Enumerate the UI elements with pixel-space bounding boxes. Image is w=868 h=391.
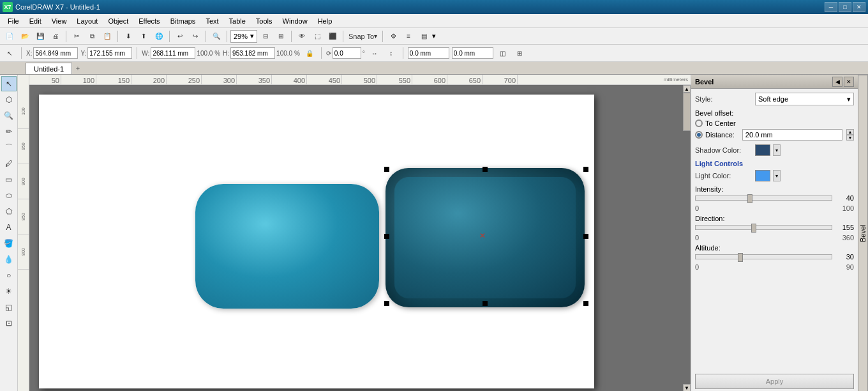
direction-thumb[interactable] bbox=[751, 224, 756, 233]
panel-header-controls[interactable]: ◀ ✕ bbox=[832, 77, 854, 87]
options-btn3[interactable]: ▤ bbox=[417, 29, 431, 43]
select-tool-prop[interactable]: ↖ bbox=[3, 46, 17, 60]
y-input[interactable] bbox=[87, 47, 132, 59]
light-color-swatch[interactable] bbox=[755, 170, 770, 181]
open-button[interactable]: 📂 bbox=[18, 29, 32, 43]
menu-help[interactable]: Help bbox=[313, 16, 338, 26]
pos-y-input[interactable] bbox=[452, 47, 493, 59]
handle-bc[interactable] bbox=[483, 301, 488, 306]
altitude-track[interactable] bbox=[695, 254, 832, 259]
shadow-color-arrow[interactable]: ▾ bbox=[773, 144, 781, 156]
x-input[interactable] bbox=[33, 47, 78, 59]
transform-btn2[interactable]: ↕ bbox=[384, 46, 398, 60]
export-button[interactable]: ⬆ bbox=[137, 29, 151, 43]
shadow-tool[interactable]: ◱ bbox=[1, 300, 17, 315]
distance-radio[interactable] bbox=[695, 131, 703, 139]
intensity-thumb[interactable] bbox=[747, 194, 752, 203]
direction-track[interactable] bbox=[695, 225, 832, 230]
pen-tool[interactable]: 🖊 bbox=[1, 156, 17, 171]
print-button[interactable]: 🖨 bbox=[49, 29, 63, 43]
copy-button[interactable]: ⧉ bbox=[85, 29, 99, 43]
outline-tool[interactable]: ○ bbox=[1, 268, 17, 283]
menu-view[interactable]: View bbox=[47, 16, 72, 26]
h-input[interactable] bbox=[230, 47, 275, 59]
new-button[interactable]: 📄 bbox=[3, 29, 17, 43]
distance-up[interactable]: ▲ bbox=[846, 129, 854, 135]
handle-mr[interactable] bbox=[583, 234, 588, 239]
cut-button[interactable]: ✂ bbox=[70, 29, 84, 43]
zoom-in-btn[interactable]: ⊞ bbox=[274, 29, 288, 43]
wireframe-btn[interactable]: ⬚ bbox=[310, 29, 324, 43]
close-button[interactable]: ✕ bbox=[853, 2, 865, 12]
menu-table[interactable]: Table bbox=[224, 16, 251, 26]
ellipse-tool[interactable]: ⬭ bbox=[1, 188, 17, 203]
altitude-thumb[interactable] bbox=[738, 253, 743, 262]
interactive-tool[interactable]: ☀ bbox=[1, 284, 17, 299]
scroll-up[interactable]: ▲ bbox=[683, 85, 691, 93]
scroll-thumb[interactable] bbox=[683, 93, 691, 131]
shadow-color-swatch[interactable] bbox=[755, 144, 770, 156]
preview-btn[interactable]: ⬛ bbox=[326, 29, 340, 43]
menu-text[interactable]: Text bbox=[200, 16, 223, 26]
tab-untitled1[interactable]: Untitled-1 bbox=[26, 63, 72, 74]
distance-down[interactable]: ▼ bbox=[846, 135, 854, 141]
window-controls[interactable]: ─ □ ✕ bbox=[825, 2, 865, 12]
intensity-track[interactable] bbox=[695, 195, 832, 201]
handle-bl[interactable] bbox=[384, 301, 389, 306]
menu-file[interactable]: File bbox=[3, 16, 24, 26]
handle-ml[interactable] bbox=[384, 234, 389, 239]
save-button[interactable]: 💾 bbox=[33, 29, 47, 43]
handle-tc[interactable] bbox=[483, 167, 488, 172]
import-button[interactable]: ⬇ bbox=[121, 29, 135, 43]
handle-br[interactable] bbox=[583, 301, 588, 306]
polygon-tool[interactable]: ⬠ bbox=[1, 204, 17, 219]
distance-input[interactable] bbox=[742, 129, 842, 141]
menu-object[interactable]: Object bbox=[103, 16, 133, 26]
panel-close-btn[interactable]: ✕ bbox=[844, 77, 854, 87]
snap-btn[interactable]: Snap To▾ bbox=[347, 29, 379, 43]
crop-tool[interactable]: ⊡ bbox=[1, 316, 17, 331]
menu-window[interactable]: Window bbox=[278, 16, 313, 26]
node-tool[interactable]: ⬡ bbox=[1, 92, 17, 107]
handle-tr[interactable] bbox=[583, 167, 588, 172]
menu-tools[interactable]: Tools bbox=[251, 16, 278, 26]
handle-tl[interactable] bbox=[384, 167, 389, 172]
style-dropdown[interactable]: Soft edge ▾ bbox=[755, 93, 854, 105]
menu-bitmaps[interactable]: Bitmaps bbox=[165, 16, 201, 26]
minimize-button[interactable]: ─ bbox=[825, 2, 837, 12]
options-btn1[interactable]: ⚙ bbox=[386, 29, 400, 43]
search-button[interactable]: 🔍 bbox=[209, 29, 223, 43]
publish-button[interactable]: 🌐 bbox=[152, 29, 166, 43]
canvas-area[interactable]: ✕ ▲ ▼ bbox=[29, 85, 691, 391]
zoom-dropdown[interactable]: 29% ▾ bbox=[230, 30, 257, 43]
shape-left[interactable] bbox=[195, 184, 379, 309]
bevel-side-tab[interactable]: Bevel bbox=[858, 75, 868, 391]
undo-button[interactable]: ↩ bbox=[173, 29, 187, 43]
rect-tool[interactable]: ▭ bbox=[1, 172, 17, 187]
bezier-tool[interactable]: ⌒ bbox=[1, 140, 17, 155]
eyedropper-tool[interactable]: 💧 bbox=[1, 252, 17, 267]
panel-expand-btn[interactable]: ◀ bbox=[832, 77, 842, 87]
options-btn2[interactable]: ≡ bbox=[401, 29, 415, 43]
menu-layout[interactable]: Layout bbox=[71, 16, 103, 26]
lock-ratio-btn[interactable]: 🔒 bbox=[303, 46, 317, 60]
pos-btn2[interactable]: ⊞ bbox=[513, 46, 527, 60]
zoom-out-btn[interactable]: ⊟ bbox=[258, 29, 273, 43]
select-tool[interactable]: ↖ bbox=[1, 76, 17, 91]
pos-btn1[interactable]: ◫ bbox=[496, 46, 510, 60]
light-color-arrow[interactable]: ▾ bbox=[773, 170, 781, 181]
to-center-radio[interactable] bbox=[695, 119, 703, 127]
maximize-button[interactable]: □ bbox=[839, 2, 851, 12]
menu-effects[interactable]: Effects bbox=[133, 16, 165, 26]
apply-button[interactable]: Apply bbox=[695, 374, 854, 389]
fill-tool[interactable]: 🪣 bbox=[1, 236, 17, 251]
tab-add-button[interactable]: + bbox=[72, 63, 84, 74]
scroll-down[interactable]: ▼ bbox=[683, 384, 691, 391]
w-input[interactable] bbox=[151, 47, 195, 59]
freehand-tool[interactable]: ✏ bbox=[1, 124, 17, 139]
paste-button[interactable]: 📋 bbox=[100, 29, 114, 43]
transform-btn1[interactable]: ↔ bbox=[368, 46, 382, 60]
view-mode-btn[interactable]: 👁 bbox=[295, 29, 309, 43]
menu-edit[interactable]: Edit bbox=[24, 16, 47, 26]
redo-button[interactable]: ↪ bbox=[188, 29, 202, 43]
